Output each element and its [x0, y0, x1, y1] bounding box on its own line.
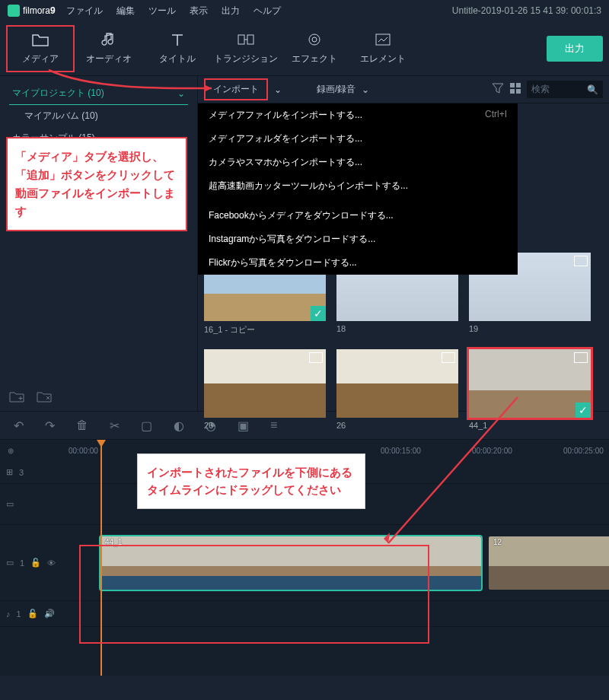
sidebar-actions — [9, 390, 52, 405]
download-instagram[interactable]: Instagramから写真をダウンロードする... — [198, 228, 518, 251]
media-thumb[interactable]: 26 — [336, 349, 458, 433]
svg-rect-7 — [510, 89, 515, 94]
svg-rect-1 — [247, 35, 253, 44]
search-input[interactable]: 検索 🔍 — [527, 81, 603, 98]
menu-help[interactable]: ヘルプ — [253, 5, 281, 18]
title-bar: filmora9 ファイル 編集 ツール 表示 出力 ヘルプ Untitle-2… — [0, 0, 609, 21]
playhead[interactable] — [100, 440, 102, 676]
logo-icon — [8, 5, 20, 17]
track-number: 1 — [20, 558, 24, 568]
grid-view-icon[interactable] — [510, 83, 521, 96]
video-badge-icon — [442, 352, 455, 363]
ruler-tick: 00:00:20:00 — [472, 447, 512, 455]
text-icon — [169, 31, 186, 48]
element-icon — [375, 31, 391, 48]
thumb-label: 16_1 - コピー — [204, 321, 326, 339]
track-audio: ♪ 1 🔓 🔊 — [0, 601, 609, 627]
project-sidebar: マイプロジェクト (10) ⌄ マイアルバム (10) カラーサンプル (15)… — [0, 76, 198, 411]
tab-label: エフェクト — [292, 52, 337, 65]
sidebar-item-myproject[interactable]: マイプロジェクト (10) ⌄ — [9, 82, 188, 105]
check-icon: ✓ — [311, 306, 326, 321]
media-panel: インポート ⌄ 録画/録音 ⌄ 検索 🔍 メディアファイルをインポートする...… — [198, 76, 609, 411]
thumb-label: 26 — [204, 418, 326, 433]
timeline-clip[interactable]: 12 — [489, 536, 609, 590]
thumb-label: 18 — [336, 321, 458, 336]
import-from-device[interactable]: カメラやスマホからインポートする... — [198, 151, 518, 174]
chevron-down-icon[interactable]: ⌄ — [362, 84, 369, 95]
tab-label: トランジション — [214, 52, 278, 65]
tab-label: メディア — [22, 52, 59, 65]
tab-audio[interactable]: オーディオ — [75, 25, 143, 72]
remove-folder-icon[interactable] — [37, 390, 52, 405]
delete-icon[interactable]: 🗑 — [76, 418, 88, 432]
sidebar-item-myalbum[interactable]: マイアルバム (10) — [9, 105, 188, 127]
tab-element[interactable]: エレメント — [349, 25, 417, 72]
timeline-clip[interactable]: 44_1 — [100, 536, 481, 590]
visibility-icon[interactable]: 👁 — [47, 558, 56, 568]
svg-rect-8 — [516, 89, 521, 94]
chevron-down-icon: ⌄ — [177, 88, 185, 99]
undo-icon[interactable]: ↶ — [14, 418, 24, 433]
clip-label: 44_1 — [105, 538, 122, 546]
lock-icon[interactable]: 🔓 — [30, 558, 41, 568]
tab-title[interactable]: タイトル — [143, 25, 212, 72]
export-button[interactable]: 出力 — [547, 36, 603, 62]
menu-edit[interactable]: 編集 — [116, 5, 135, 18]
lock-icon[interactable]: 🔓 — [27, 609, 38, 619]
sidebar-label: マイプロジェクト (10) — [12, 87, 104, 100]
tab-transition[interactable]: トランジション — [212, 25, 280, 72]
media-toolbar: インポート ⌄ 録画/録音 ⌄ 検索 🔍 — [198, 76, 609, 103]
app-logo: filmora9 — [8, 5, 56, 17]
menu-export[interactable]: 出力 — [222, 5, 240, 18]
text-track-icon: ⊞ — [6, 467, 13, 477]
speed-icon[interactable]: ◐ — [174, 418, 184, 433]
thumb-label: 44_1 — [469, 418, 591, 433]
svg-rect-5 — [510, 83, 515, 88]
filter-icon[interactable] — [492, 83, 504, 96]
media-thumb-selected[interactable]: ✓ 44_1 — [469, 349, 591, 433]
import-from-cutter[interactable]: 超高速動画カッターツールからインポートする... — [198, 174, 518, 198]
menu-tools[interactable]: ツール — [148, 5, 176, 18]
video-badge-icon — [309, 352, 323, 363]
svg-point-3 — [312, 37, 317, 42]
svg-rect-4 — [376, 34, 390, 45]
track-number: 1 — [17, 609, 21, 619]
search-icon: 🔍 — [587, 84, 598, 95]
cut-icon[interactable]: ✂ — [110, 418, 120, 433]
thumb-label: 19 — [469, 321, 591, 336]
tab-media[interactable]: メディア — [6, 25, 75, 72]
add-folder-icon[interactable] — [9, 390, 24, 405]
menu-view[interactable]: 表示 — [190, 5, 208, 18]
import-dropdown: メディアファイルをインポートする...Ctrl+I メディアフォルダをインポート… — [198, 103, 518, 275]
import-media-file[interactable]: メディアファイルをインポートする...Ctrl+I — [198, 103, 518, 127]
check-icon: ✓ — [576, 402, 591, 418]
video-track-icon: ▭ — [6, 499, 14, 509]
record-button[interactable]: 録画/録音 — [317, 83, 356, 96]
tab-effect[interactable]: エフェクト — [280, 25, 349, 72]
media-thumb[interactable]: 26 — [204, 349, 326, 433]
svg-point-2 — [309, 34, 320, 45]
download-facebook[interactable]: Facebookからメディアをダウンロードする... — [198, 204, 518, 228]
timeline: ⊕ 00:00:00 00:00:15:00 00:00:20:00 00:00… — [0, 440, 609, 676]
transition-icon — [238, 31, 254, 48]
thumb-label: 26 — [336, 418, 458, 433]
music-icon — [100, 31, 117, 48]
download-flickr[interactable]: Flickrから写真をダウンロードする... — [198, 251, 518, 275]
menu-file[interactable]: ファイル — [66, 5, 103, 18]
import-media-folder[interactable]: メディアフォルダをインポートする... — [198, 127, 518, 151]
clip-label: 12 — [493, 538, 502, 546]
crop-icon[interactable]: ▢ — [141, 418, 152, 433]
add-track-icon[interactable]: ⊕ — [8, 447, 14, 455]
ruler-tick: 00:00:15:00 — [381, 447, 421, 455]
chevron-down-icon[interactable]: ⌄ — [274, 84, 282, 95]
svg-rect-0 — [238, 35, 244, 44]
import-button[interactable]: インポート — [204, 78, 268, 100]
tab-label: エレメント — [360, 52, 406, 65]
speaker-icon[interactable]: 🔊 — [44, 609, 55, 619]
video-track-icon: ▭ — [6, 558, 14, 568]
ruler-tick: 00:00:25:00 — [563, 447, 604, 455]
svg-rect-6 — [516, 83, 521, 88]
redo-icon[interactable]: ↷ — [45, 418, 55, 433]
video-badge-icon — [574, 352, 588, 363]
annotation-callout: インポートされたファイルを下側にあるタイムラインにドラッグしてください — [137, 453, 365, 509]
